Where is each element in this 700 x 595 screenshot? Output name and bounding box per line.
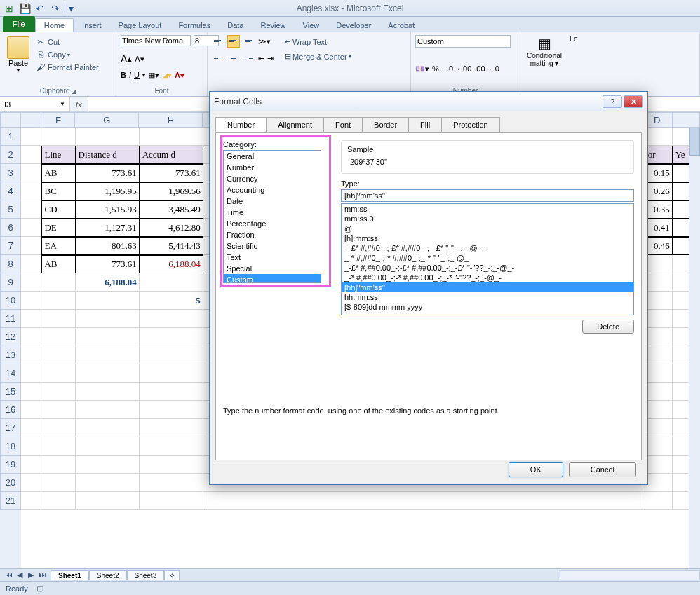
cell[interactable] — [140, 437, 203, 456]
vertical-scrollbar[interactable] — [689, 128, 700, 568]
col-header-F[interactable]: F — [41, 112, 75, 128]
cell[interactable] — [41, 456, 75, 474]
cell[interactable]: Distance d — [76, 146, 140, 164]
category-item[interactable]: Currency — [224, 173, 321, 184]
bold-button[interactable]: B — [121, 71, 126, 79]
type-item[interactable]: _-* #,##0_-;-* #,##0_-;_-* "-"_-;_-@_- — [342, 253, 633, 263]
category-item[interactable]: Date — [224, 196, 321, 207]
cell[interactable] — [140, 492, 203, 510]
dialog-titlebar[interactable]: Format Cells ? ✕ — [210, 92, 647, 111]
cell[interactable] — [76, 419, 140, 437]
close-button[interactable]: ✕ — [624, 95, 643, 108]
row-header[interactable]: 5 — [0, 200, 21, 219]
row-header[interactable]: 9 — [0, 273, 21, 292]
type-item[interactable]: [$-809]dd mmmm yyyy — [342, 302, 633, 312]
tab-insert[interactable]: Insert — [74, 19, 110, 32]
cell[interactable]: 4,612.80 — [140, 219, 203, 237]
orientation-icon[interactable]: ≫▾ — [258, 37, 271, 46]
cell[interactable] — [140, 383, 203, 401]
cell[interactable] — [76, 401, 140, 419]
category-item[interactable]: Fraction — [224, 229, 321, 240]
category-item[interactable]: Accounting — [224, 184, 321, 196]
cell[interactable] — [140, 474, 203, 492]
cell[interactable] — [140, 328, 203, 346]
cell[interactable] — [140, 346, 203, 364]
dlg-tab-font[interactable]: Font — [323, 117, 363, 132]
align-center-icon[interactable] — [227, 52, 240, 64]
save-icon[interactable]: 💾 — [18, 2, 31, 15]
decrease-indent-icon[interactable]: ⇤ — [258, 54, 264, 63]
cell[interactable] — [76, 383, 140, 401]
type-item[interactable]: hh:mm:ss — [342, 292, 633, 302]
cancel-button[interactable]: Cancel — [569, 462, 636, 477]
cell[interactable] — [140, 273, 203, 292]
dlg-tab-number[interactable]: Number — [215, 117, 267, 132]
file-tab[interactable]: File — [3, 16, 35, 32]
italic-button[interactable]: I — [129, 71, 131, 79]
type-item[interactable]: _-* #,##0.00_-;-* #,##0.00_-;_-* "-"??_-… — [342, 273, 633, 282]
dlg-tab-alignment[interactable]: Alignment — [266, 117, 324, 132]
cell[interactable]: 3,485.49 — [140, 200, 203, 219]
type-item[interactable]: mm:ss — [342, 204, 633, 214]
name-box[interactable]: I3▼ — [0, 97, 70, 111]
category-list[interactable]: GeneralNumberCurrencyAccountingDateTimeP… — [223, 150, 321, 283]
cell[interactable] — [140, 401, 203, 419]
row-header[interactable]: 11 — [0, 310, 21, 328]
row-header[interactable]: 6 — [0, 219, 21, 237]
prev-sheet-icon[interactable]: ◀ — [14, 570, 25, 580]
row-header[interactable]: 14 — [0, 364, 21, 383]
row-header[interactable]: 19 — [0, 456, 21, 474]
cell[interactable] — [140, 310, 203, 328]
fx-icon[interactable]: fx — [70, 97, 88, 111]
cell[interactable]: BC — [41, 182, 75, 200]
cell[interactable] — [76, 328, 140, 346]
tab-data[interactable]: Data — [219, 19, 252, 32]
align-middle-icon[interactable] — [227, 35, 240, 48]
cell[interactable] — [76, 474, 140, 492]
horizontal-scrollbar[interactable] — [560, 570, 700, 580]
row-header[interactable]: 12 — [0, 328, 21, 346]
qat-more-icon[interactable]: ▾ — [65, 2, 77, 15]
category-item[interactable]: Percentage — [224, 218, 321, 229]
cell[interactable]: DE — [41, 219, 75, 237]
cell[interactable]: AB — [41, 255, 75, 273]
decrease-decimal-icon[interactable]: .00→.0 — [474, 64, 499, 73]
row-header[interactable]: 8 — [0, 255, 21, 273]
cell[interactable]: AB — [41, 164, 75, 182]
cell[interactable] — [140, 128, 203, 146]
conditional-formatting-button[interactable]: ▦ Conditionalmatting ▾ — [525, 35, 564, 67]
tab-formulas[interactable]: Formulas — [170, 19, 219, 32]
cell[interactable] — [41, 401, 75, 419]
next-sheet-icon[interactable]: ▶ — [25, 570, 36, 580]
cell[interactable]: Line — [41, 146, 75, 164]
cell[interactable] — [41, 292, 75, 310]
align-left-icon[interactable] — [212, 52, 224, 64]
ok-button[interactable]: OK — [509, 462, 563, 477]
type-item[interactable]: @ — [342, 224, 633, 233]
type-item[interactable]: mm:ss.0 — [342, 214, 633, 224]
redo-icon[interactable]: ↷ — [49, 2, 62, 15]
comma-icon[interactable]: , — [442, 64, 444, 73]
cell[interactable] — [140, 456, 203, 474]
row-header[interactable]: 7 — [0, 237, 21, 255]
wrap-text-button[interactable]: ↩Wrap Text — [282, 36, 354, 47]
col-header[interactable] — [21, 112, 41, 128]
increase-indent-icon[interactable]: ⇥ — [267, 54, 274, 63]
sheet-tab-1[interactable]: Sheet1 — [51, 570, 89, 580]
row-header[interactable]: 20 — [0, 474, 21, 492]
tab-developer[interactable]: Developer — [328, 19, 379, 32]
format-painter-button[interactable]: 🖌Format Painter — [32, 62, 102, 73]
undo-icon[interactable]: ↶ — [34, 2, 46, 15]
cell[interactable]: 1,127.31 — [76, 219, 140, 237]
cell[interactable] — [140, 364, 203, 383]
type-list[interactable]: mm:ssmm:ss.0@[h]:mm:ss_-£* #,##0_-;-£* #… — [341, 203, 634, 315]
category-item[interactable]: Time — [224, 207, 321, 218]
cell[interactable]: CD — [41, 200, 75, 219]
row-header[interactable]: 4 — [0, 182, 21, 200]
col-header-G[interactable]: G — [75, 112, 139, 128]
cell[interactable] — [41, 364, 75, 383]
cell[interactable] — [76, 492, 140, 510]
align-bottom-icon[interactable] — [243, 35, 255, 48]
increase-decimal-icon[interactable]: .0→.00 — [447, 64, 471, 73]
cell[interactable] — [76, 292, 140, 310]
